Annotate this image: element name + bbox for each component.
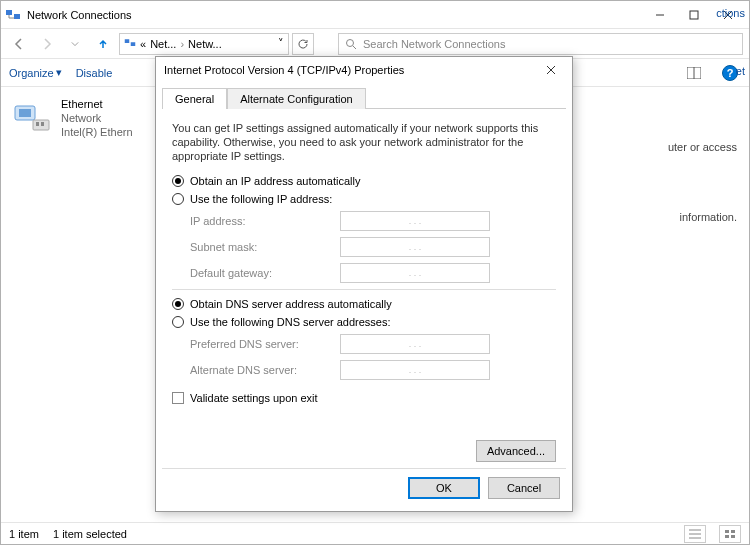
radio-use-following-ip[interactable]: Use the following IP address:	[172, 193, 556, 205]
svg-rect-3	[690, 11, 698, 19]
adapter-ethernet[interactable]: Ethernet Network Intel(R) Ethern	[9, 95, 137, 141]
tab-strip: General Alternate Configuration	[162, 87, 566, 109]
maximize-button[interactable]	[677, 4, 711, 26]
checkbox-icon	[172, 392, 184, 404]
dialog-titlebar[interactable]: Internet Protocol Version 4 (TCP/IPv4) P…	[156, 57, 572, 83]
input-ip-address[interactable]: . . .	[340, 211, 490, 231]
item-count: 1 item	[9, 528, 39, 540]
svg-rect-16	[41, 122, 44, 126]
adapter-status: Network	[61, 111, 133, 125]
search-placeholder: Search Network Connections	[363, 38, 505, 50]
up-button[interactable]	[91, 32, 115, 56]
chevron-right-icon: ›	[180, 38, 184, 50]
cancel-button[interactable]: Cancel	[488, 477, 560, 499]
input-default-gateway[interactable]: . . .	[340, 263, 490, 283]
ok-button[interactable]: OK	[408, 477, 480, 499]
svg-rect-13	[19, 109, 31, 117]
search-input[interactable]: Search Network Connections	[338, 33, 743, 55]
recent-locations-button[interactable]	[63, 32, 87, 56]
ghost-text-1: ctions	[716, 7, 745, 19]
details-view-button[interactable]	[684, 525, 706, 543]
titlebar[interactable]: Network Connections ctions	[1, 1, 749, 29]
adapter-device: Intel(R) Ethern	[61, 125, 133, 139]
forward-button[interactable]	[35, 32, 59, 56]
svg-rect-0	[6, 10, 12, 15]
network-connections-icon	[5, 7, 21, 23]
svg-rect-1	[14, 14, 20, 19]
dialog-close-button[interactable]	[538, 60, 564, 80]
label-preferred-dns: Preferred DNS server:	[190, 338, 330, 350]
radio-icon	[172, 193, 184, 205]
ghost-text-2: et	[736, 65, 745, 77]
advanced-button[interactable]: Advanced...	[476, 440, 556, 462]
minimize-button[interactable]	[643, 4, 677, 26]
input-subnet-mask[interactable]: . . .	[340, 237, 490, 257]
back-button[interactable]	[7, 32, 31, 56]
radio-icon	[172, 175, 184, 187]
input-preferred-dns[interactable]: . . .	[340, 334, 490, 354]
search-icon	[345, 38, 357, 50]
svg-rect-21	[731, 530, 735, 533]
svg-point-8	[347, 39, 354, 46]
layout-pane-button[interactable]	[683, 62, 705, 84]
dialog-title: Internet Protocol Version 4 (TCP/IPv4) P…	[164, 64, 538, 76]
breadcrumb-prefix: «	[140, 38, 146, 50]
svg-rect-7	[131, 42, 136, 46]
close-icon	[546, 65, 556, 75]
radio-obtain-ip-auto[interactable]: Obtain an IP address automatically	[172, 175, 556, 187]
adapter-name: Ethernet	[61, 97, 133, 111]
svg-line-9	[353, 46, 356, 49]
tab-alternate-configuration[interactable]: Alternate Configuration	[227, 88, 366, 109]
status-bar: 1 item 1 item selected	[1, 522, 749, 544]
input-alternate-dns[interactable]: . . .	[340, 360, 490, 380]
breadcrumb-dropdown[interactable]: ˅	[278, 37, 284, 50]
ipv4-properties-dialog: Internet Protocol Version 4 (TCP/IPv4) P…	[155, 56, 573, 512]
refresh-button[interactable]	[292, 33, 314, 55]
label-alternate-dns: Alternate DNS server:	[190, 364, 330, 376]
breadcrumb[interactable]: « Net... › Netw... ˅	[119, 33, 289, 55]
ethernet-adapter-icon	[13, 102, 53, 134]
chevron-down-icon: ▾	[56, 66, 62, 79]
svg-rect-15	[36, 122, 39, 126]
radio-obtain-dns-auto[interactable]: Obtain DNS server address automatically	[172, 298, 556, 310]
large-icons-view-button[interactable]	[719, 525, 741, 543]
svg-rect-23	[731, 535, 735, 538]
radio-icon	[172, 316, 184, 328]
window-title: Network Connections	[27, 9, 643, 21]
breadcrumb-part-1[interactable]: Net...	[150, 38, 176, 50]
radio-use-following-dns[interactable]: Use the following DNS server addresses:	[172, 316, 556, 328]
disable-command[interactable]: Disable	[76, 67, 113, 79]
background-text-2: information.	[680, 211, 737, 223]
svg-rect-20	[725, 530, 729, 533]
svg-rect-22	[725, 535, 729, 538]
label-default-gateway: Default gateway:	[190, 267, 330, 279]
selection-count: 1 item selected	[53, 528, 127, 540]
nav-row: « Net... › Netw... ˅ Search Network Conn…	[1, 29, 749, 59]
breadcrumb-part-2[interactable]: Netw...	[188, 38, 222, 50]
description-text: You can get IP settings assigned automat…	[172, 121, 556, 163]
network-connections-icon	[124, 37, 136, 51]
label-ip-address: IP address:	[190, 215, 330, 227]
background-text-1: uter or access	[668, 141, 737, 153]
radio-icon	[172, 298, 184, 310]
svg-rect-6	[125, 39, 130, 43]
label-subnet-mask: Subnet mask:	[190, 241, 330, 253]
checkbox-validate-on-exit[interactable]: Validate settings upon exit	[172, 392, 556, 404]
tab-general[interactable]: General	[162, 88, 227, 109]
organize-menu[interactable]: Organize ▾	[9, 66, 62, 79]
